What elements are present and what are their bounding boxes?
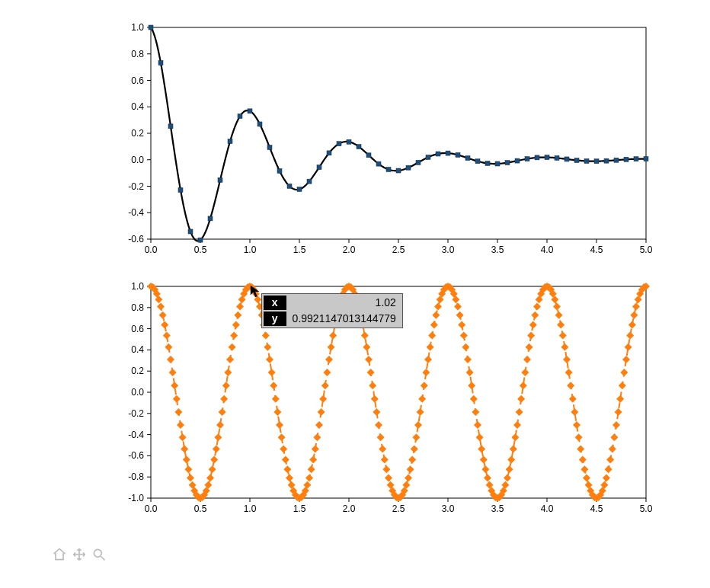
svg-text:4.5: 4.5 [590, 503, 603, 514]
svg-text:1.0: 1.0 [244, 503, 257, 514]
hover-tooltip: x 1.02 y 0.9921147013144779 [261, 293, 403, 328]
svg-rect-45 [188, 229, 193, 234]
svg-rect-50 [238, 114, 242, 119]
svg-rect-88 [614, 158, 619, 162]
pan-icon[interactable] [72, 547, 87, 565]
svg-rect-58 [317, 165, 321, 170]
svg-text:-0.2: -0.2 [128, 408, 144, 419]
svg-rect-86 [594, 159, 599, 164]
top-chart[interactable]: 0.00.51.01.52.02.53.03.54.04.55.0-0.6-0.… [122, 23, 655, 259]
tooltip-y-label: y [264, 312, 286, 326]
svg-text:5.0: 5.0 [640, 503, 653, 514]
svg-text:0.8: 0.8 [131, 302, 144, 313]
svg-text:3.5: 3.5 [491, 503, 504, 514]
svg-rect-57 [307, 179, 312, 184]
svg-rect-56 [297, 187, 302, 192]
svg-rect-67 [406, 165, 411, 170]
tooltip-x-label: x [264, 296, 286, 310]
svg-text:0.0: 0.0 [145, 244, 158, 255]
svg-rect-44 [178, 188, 183, 193]
svg-text:0.0: 0.0 [145, 503, 158, 514]
svg-rect-53 [267, 145, 272, 150]
svg-text:4.0: 4.0 [541, 244, 554, 255]
svg-rect-78 [515, 158, 520, 163]
svg-text:-0.2: -0.2 [128, 181, 144, 192]
svg-text:1.0: 1.0 [244, 244, 257, 255]
svg-rect-87 [604, 158, 609, 163]
svg-rect-63 [366, 153, 371, 158]
svg-text:0.2: 0.2 [131, 366, 144, 376]
svg-text:-0.6: -0.6 [128, 234, 144, 244]
svg-rect-62 [357, 145, 361, 149]
svg-rect-69 [426, 155, 430, 159]
svg-text:0.0: 0.0 [131, 387, 144, 398]
svg-text:2.0: 2.0 [343, 503, 356, 514]
svg-rect-84 [574, 158, 579, 162]
svg-rect-91 [644, 157, 648, 161]
svg-rect-82 [555, 155, 559, 160]
svg-point-137 [94, 549, 101, 557]
svg-rect-85 [584, 158, 589, 163]
svg-text:-1.0: -1.0 [128, 493, 144, 503]
svg-rect-48 [218, 177, 222, 182]
bottom-chart[interactable]: 0.00.51.01.52.02.53.03.54.04.55.0-1.0-0.… [122, 282, 655, 518]
svg-text:4.5: 4.5 [590, 244, 603, 255]
top-chart-svg: 0.00.51.01.52.02.53.03.54.04.55.0-0.6-0.… [122, 23, 655, 259]
svg-text:0.6: 0.6 [131, 324, 144, 334]
svg-text:1.0: 1.0 [131, 22, 144, 33]
svg-text:-0.8: -0.8 [128, 471, 144, 482]
svg-text:5.0: 5.0 [640, 244, 653, 255]
svg-text:-0.6: -0.6 [128, 450, 144, 461]
svg-rect-43 [168, 124, 173, 129]
tooltip-y-value: 0.9921147013144779 [288, 312, 401, 326]
svg-rect-71 [446, 151, 450, 155]
svg-rect-72 [456, 152, 460, 157]
svg-rect-51 [248, 109, 252, 113]
zoom-icon[interactable] [91, 547, 107, 565]
svg-rect-41 [149, 25, 153, 30]
svg-rect-79 [525, 157, 529, 161]
damped-cos-line [151, 27, 646, 241]
svg-rect-49 [228, 139, 232, 144]
svg-text:4.0: 4.0 [541, 503, 554, 514]
svg-text:0.5: 0.5 [194, 244, 207, 255]
svg-rect-89 [624, 157, 628, 161]
svg-text:0.5: 0.5 [194, 503, 207, 514]
svg-rect-60 [337, 142, 341, 146]
svg-text:1.5: 1.5 [293, 244, 306, 255]
svg-rect-74 [475, 159, 480, 164]
svg-rect-65 [386, 168, 391, 172]
home-icon[interactable] [52, 547, 67, 565]
svg-rect-70 [436, 152, 440, 156]
svg-rect-47 [208, 216, 213, 221]
svg-text:1.5: 1.5 [293, 503, 306, 514]
svg-rect-46 [198, 238, 203, 242]
figure-toolbar [52, 547, 107, 565]
svg-text:0.0: 0.0 [131, 155, 144, 165]
svg-rect-75 [485, 161, 490, 165]
svg-text:3.0: 3.0 [442, 244, 455, 255]
svg-text:0.8: 0.8 [131, 49, 144, 59]
svg-rect-81 [545, 155, 549, 160]
svg-rect-66 [396, 168, 401, 173]
tooltip-x-value: 1.02 [288, 296, 401, 310]
svg-text:2.5: 2.5 [392, 244, 405, 255]
svg-rect-55 [287, 184, 292, 188]
svg-rect-83 [564, 157, 569, 161]
svg-rect-90 [634, 157, 638, 161]
svg-text:0.4: 0.4 [131, 101, 144, 112]
svg-text:-0.4: -0.4 [128, 207, 144, 218]
damped-cos-markers [149, 25, 648, 242]
svg-rect-42 [158, 61, 163, 66]
svg-text:3.0: 3.0 [442, 503, 455, 514]
svg-rect-61 [347, 139, 351, 144]
svg-text:2.0: 2.0 [343, 244, 356, 255]
svg-rect-80 [535, 155, 539, 160]
svg-rect-73 [465, 156, 470, 161]
svg-text:0.6: 0.6 [131, 75, 144, 86]
svg-text:0.2: 0.2 [131, 128, 144, 139]
svg-text:1.0: 1.0 [131, 281, 144, 292]
svg-rect-59 [327, 151, 331, 155]
svg-rect-64 [376, 161, 381, 166]
svg-rect-76 [495, 161, 500, 166]
